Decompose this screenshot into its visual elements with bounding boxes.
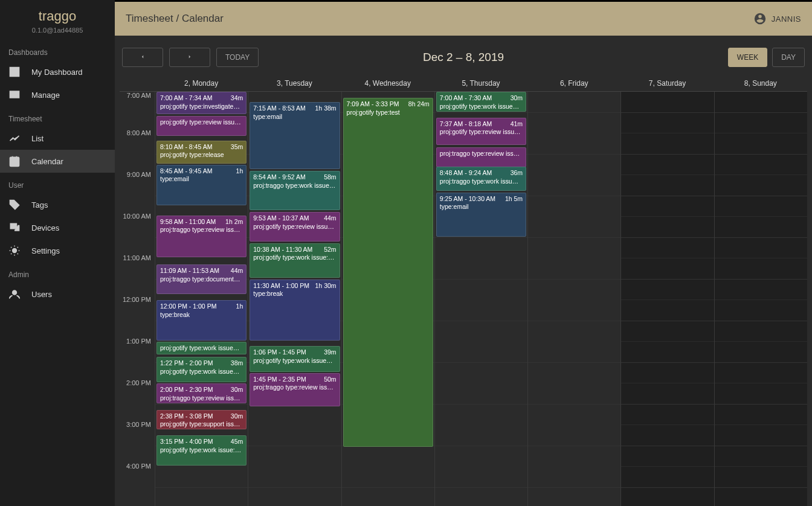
day-column[interactable]	[714, 92, 807, 506]
event-desc: proj:gotify type:investigate…	[160, 103, 243, 111]
event-time: 8:48 AM - 9:24 AM	[440, 169, 492, 178]
page-title: Timesheet / Calendar	[126, 13, 224, 25]
event-duration: 44m	[324, 214, 336, 223]
sidebar-item-my-dashboard[interactable]: My Dashboard	[0, 60, 115, 83]
event-time: 10:38 AM - 11:30 AM	[253, 246, 312, 254]
calendar-event[interactable]: proj:gotify type:review issu…	[156, 116, 246, 136]
sidebar-item-users[interactable]: Users	[0, 283, 115, 306]
calendar-event[interactable]: 1:22 PM - 2:00 PM38mproj:gotify type:wor…	[156, 357, 246, 382]
event-duration: 39m	[324, 348, 336, 357]
day-header: 7, Saturday	[620, 75, 714, 91]
next-button[interactable]	[169, 48, 210, 67]
calendar-event[interactable]: 8:10 AM - 8:45 AM35mproj:gotify type:rel…	[156, 141, 246, 164]
event-duration: 1h	[236, 303, 243, 311]
user-chip[interactable]: JANNIS	[753, 12, 801, 25]
calendar-event[interactable]: 9:58 AM - 11:00 AM1h 2mproj:traggo type:…	[156, 216, 246, 257]
time-label: 3:00 PM	[120, 421, 155, 463]
devices-icon	[8, 222, 21, 234]
event-time: 8:54 AM - 9:52 AM	[253, 173, 305, 182]
calendar-event[interactable]: proj:traggo type:review iss…	[436, 147, 526, 167]
calendar-event[interactable]: 11:09 AM - 11:53 AM44mproj:traggo type:d…	[156, 264, 246, 294]
calendar-event[interactable]: 11:30 AM - 1:00 PM1h 30mtype:break	[250, 280, 340, 341]
sidebar-item-label: Settings	[31, 246, 60, 255]
brand-name: traggo	[0, 8, 115, 24]
day-column[interactable]	[527, 92, 620, 506]
calendar-event[interactable]: 9:53 AM - 10:37 AM44mproj:gotify type:re…	[250, 212, 340, 242]
calendar-event[interactable]: 8:45 AM - 9:45 AM1htype:email	[156, 165, 246, 205]
day-column[interactable]: 7:09 AM - 3:33 PM8h 24mproj:gotify type:…	[341, 92, 434, 506]
sidebar-item-devices[interactable]: Devices	[0, 216, 115, 239]
event-desc: proj:traggo type:review issue:#43	[253, 383, 336, 392]
calendar-event[interactable]: 7:15 AM - 8:53 AM1h 38mtype:email	[250, 102, 340, 169]
event-time: 2:00 PM - 2:30 PM	[160, 386, 213, 394]
event-desc: proj:gotify type:work issue…	[160, 344, 243, 353]
event-time: 11:30 AM - 1:00 PM	[253, 282, 309, 290]
sidebar-item-settings[interactable]: Settings	[0, 239, 115, 262]
day-header: 6, Friday	[527, 75, 620, 91]
event-time: 8:10 AM - 8:45 AM	[160, 143, 212, 152]
event-desc: proj:gotify type:work issue:#65	[253, 254, 336, 262]
today-button[interactable]: TODAY	[216, 48, 259, 67]
calendar-event[interactable]: 2:00 PM - 2:30 PM30mproj:traggo type:rev…	[156, 383, 246, 403]
event-desc: proj:gotify type:review issu…	[440, 128, 523, 136]
event-duration: 1h	[236, 167, 243, 176]
day-column[interactable]: 7:15 AM - 8:53 AM1h 38mtype:email8:54 AM…	[248, 92, 341, 506]
day-column[interactable]: 7:00 AM - 7:34 AM34mproj:gotify type:inv…	[155, 92, 248, 506]
event-time: 7:00 AM - 7:34 AM	[160, 94, 212, 103]
calendar-event[interactable]: proj:gotify type:work issue…	[156, 342, 246, 354]
calendar-event[interactable]: 7:09 AM - 3:33 PM8h 24mproj:gotify type:…	[343, 98, 433, 447]
calendar-event[interactable]: 1:06 PM - 1:45 PM39mproj:gotify type:wor…	[250, 346, 340, 372]
event-duration: 1h 2m	[225, 218, 243, 226]
sidebar-item-label: List	[31, 134, 44, 143]
event-duration: 38m	[231, 359, 243, 368]
event-time: 2:38 PM - 3:08 PM	[160, 412, 213, 421]
tag-icon	[8, 199, 21, 211]
sidebar-item-calendar[interactable]: Calendar	[0, 150, 115, 173]
event-desc: proj:traggo type:document…	[160, 275, 243, 284]
event-desc: proj:gotify type:work issue…	[160, 368, 243, 376]
view-day-button[interactable]: DAY	[772, 48, 805, 67]
day-header: 2, Monday	[155, 75, 248, 91]
manage-icon	[8, 89, 21, 101]
calendar-event[interactable]: 3:15 PM - 4:00 PM45mproj:gotify type:wor…	[156, 435, 246, 466]
event-desc: type:email	[440, 203, 523, 211]
day-header: 4, Wednesday	[341, 75, 434, 91]
calendar-event[interactable]: 7:00 AM - 7:30 AM30mproj:gotify type:wor…	[436, 92, 526, 112]
event-desc: proj:gotify type:work issue…	[440, 103, 523, 111]
time-gutter: 7:00 AM8:00 AM9:00 AM10:00 AM11:00 AM12:…	[120, 92, 155, 506]
date-range: Dec 2 – 8, 2019	[423, 51, 504, 64]
event-desc: type:break	[253, 290, 336, 298]
sidebar-item-list[interactable]: List	[0, 127, 115, 150]
view-week-button[interactable]: WEEK	[728, 48, 767, 67]
event-desc: proj:gotify type:review issu…	[253, 223, 336, 231]
day-column[interactable]: 7:00 AM - 7:30 AM30mproj:gotify type:wor…	[434, 92, 527, 506]
event-duration: 44m	[231, 267, 243, 275]
day-header: 5, Thursday	[434, 75, 527, 91]
calendar-event[interactable]: 12:00 PM - 1:00 PM1htype:break	[156, 300, 246, 341]
event-desc: proj:gotify type:review issu…	[160, 118, 243, 127]
calendar-event[interactable]: 8:48 AM - 9:24 AM36mproj:traggo type:wor…	[436, 167, 526, 190]
brand: traggo 0.1.0@1ad44885	[0, 5, 115, 40]
calendar-event[interactable]: 8:54 AM - 9:52 AM58mproj:traggo type:wor…	[250, 171, 340, 210]
sidebar-item-manage[interactable]: Manage	[0, 83, 115, 106]
event-time: 7:00 AM - 7:30 AM	[440, 94, 492, 103]
sidebar-section-header: User	[0, 173, 115, 193]
calendar-event[interactable]: 7:37 AM - 8:18 AM41mproj:gotify type:rev…	[436, 118, 526, 145]
calendar-event[interactable]: 10:38 AM - 11:30 AM52mproj:gotify type:w…	[250, 243, 340, 278]
prev-button[interactable]	[122, 48, 163, 67]
chevron-left-icon	[140, 54, 146, 60]
calendar-scroll[interactable]: 7:00 AM8:00 AM9:00 AM10:00 AM11:00 AM12:…	[120, 92, 807, 506]
event-desc: type:email	[253, 113, 336, 121]
day-column[interactable]	[620, 92, 714, 506]
time-label: 2:00 PM	[120, 379, 155, 421]
calendar-event[interactable]: 9:25 AM - 10:30 AM1h 5mtype:email	[436, 193, 526, 237]
event-time: 9:58 AM - 11:00 AM	[160, 218, 216, 226]
calendar-event[interactable]: 2:38 PM - 3:08 PM30mproj:gotify type:sup…	[156, 410, 246, 430]
time-label: 7:00 AM	[120, 92, 155, 133]
calendar-event[interactable]: 7:00 AM - 7:34 AM34mproj:gotify type:inv…	[156, 92, 246, 114]
calendar-event[interactable]: 1:45 PM - 2:35 PM50mproj:traggo type:rev…	[250, 373, 340, 407]
sidebar-section-header: Timesheet	[0, 106, 115, 127]
time-label: 1:00 PM	[120, 338, 155, 379]
sidebar-item-tags[interactable]: Tags	[0, 193, 115, 216]
time-label: 12:00 PM	[120, 296, 155, 338]
